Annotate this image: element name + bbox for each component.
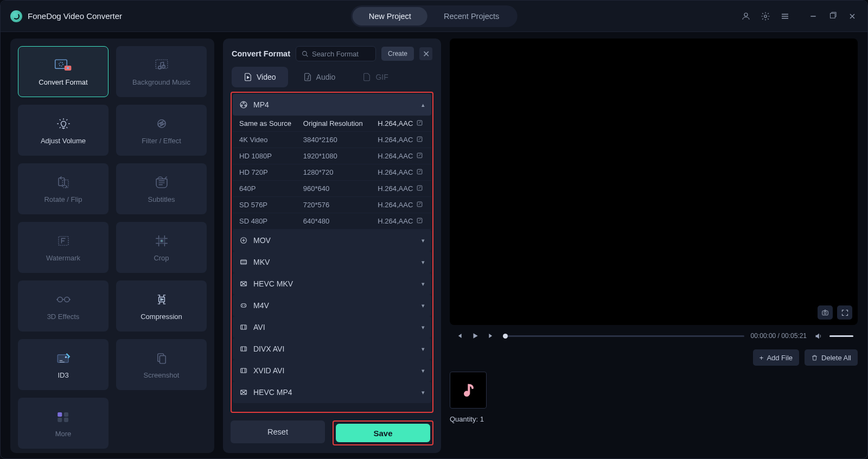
save-button[interactable]: Save <box>336 424 430 442</box>
timeline-slider[interactable] <box>503 335 744 337</box>
settings-icon[interactable] <box>760 11 771 22</box>
edit-preset-icon[interactable] <box>416 201 425 209</box>
tile-label: Compression <box>141 313 182 321</box>
panel-title: Convert Format <box>232 49 290 58</box>
preset-codec: H.264,AAC <box>378 217 416 225</box>
create-button[interactable]: Create <box>381 47 414 61</box>
volume-icon[interactable] <box>813 331 823 341</box>
sidebar-tile-rotate-flip[interactable]: Rotate / Flip <box>18 163 108 214</box>
tile-icon <box>54 233 73 248</box>
preset-name: SD 576P <box>239 201 303 209</box>
tile-label: Rotate / Flip <box>44 195 82 203</box>
svg-rect-25 <box>63 412 68 416</box>
snapshot-button[interactable] <box>818 305 833 320</box>
media-tab-gif[interactable]: GIF <box>350 67 400 87</box>
format-list[interactable]: MP4 ▴ Same as SourceOriginal ResolutionH… <box>231 92 433 413</box>
menu-icon[interactable] <box>780 11 790 22</box>
preset-row[interactable]: SD 480P640*480H.264,AAC <box>233 213 431 229</box>
preset-name: HD 720P <box>239 168 303 176</box>
format-group-label: XVID AVI <box>253 366 284 375</box>
svg-point-30 <box>243 102 245 104</box>
format-group-divx-avi[interactable]: DIVX AVI▾ <box>233 338 431 360</box>
sidebar-tile-crop[interactable]: Crop <box>116 222 207 273</box>
timeline-handle[interactable] <box>503 334 508 339</box>
edit-preset-icon[interactable] <box>416 217 425 226</box>
search-input[interactable]: Search Format <box>296 46 376 61</box>
format-group-hevc-mp4[interactable]: HEVC MP4▾ <box>233 381 431 403</box>
preset-row[interactable]: HD 720P1280*720H.264,AAC <box>233 164 431 181</box>
format-group-avi[interactable]: AVI▾ <box>233 316 431 338</box>
video-preview[interactable] <box>450 39 858 325</box>
play-button[interactable] <box>470 331 480 341</box>
sidebar-tile-id3[interactable]: ID3 <box>18 339 108 390</box>
sidebar-tile-convert-format[interactable]: Convert Format <box>18 46 108 97</box>
sidebar-tile-watermark[interactable]: Watermark <box>18 222 108 273</box>
preset-codec: H.264,AAC <box>378 168 416 176</box>
edit-preset-icon[interactable] <box>416 168 425 177</box>
svg-point-4 <box>59 62 62 66</box>
tile-icon <box>152 233 171 248</box>
app-logo: FoneDog Video Converter <box>10 10 122 22</box>
format-group-label: MOV <box>253 236 271 245</box>
sidebar: Convert FormatBackground MusicAdjust Vol… <box>10 39 214 453</box>
delete-all-button[interactable]: Delete All <box>805 349 858 366</box>
format-group-xvid-avi[interactable]: XVID AVI▾ <box>233 360 431 381</box>
format-group-m4v[interactable]: M4V▾ <box>233 295 431 316</box>
add-file-button[interactable]: +Add File <box>753 349 799 366</box>
gif-file-icon <box>362 73 371 81</box>
format-icon <box>239 279 248 288</box>
edit-preset-icon[interactable] <box>416 152 425 161</box>
tile-label: ID3 <box>58 371 68 379</box>
edit-preset-icon[interactable] <box>416 136 425 144</box>
preset-row[interactable]: Same as SourceOriginal ResolutionH.264,A… <box>233 116 431 132</box>
edit-preset-icon[interactable] <box>416 184 425 193</box>
media-tab-audio[interactable]: Audio <box>291 67 348 87</box>
tile-label: More <box>55 430 72 438</box>
user-icon[interactable] <box>741 11 751 22</box>
maximize-icon[interactable] <box>827 11 838 22</box>
svg-rect-13 <box>62 180 68 187</box>
sidebar-tile-subtitles[interactable]: Subtitles <box>116 163 207 214</box>
tile-icon <box>54 409 73 424</box>
preset-row[interactable]: HD 1080P1920*1080H.264,AAC <box>233 148 431 164</box>
preset-row[interactable]: SD 576P720*576H.264,AAC <box>233 197 431 213</box>
sidebar-tile-screenshot[interactable]: Screenshot <box>116 339 207 390</box>
close-icon[interactable] <box>847 11 858 22</box>
preset-codec: H.264,AAC <box>378 184 416 193</box>
format-group-mp4[interactable]: MP4 ▴ <box>233 94 431 116</box>
fullscreen-button[interactable] <box>837 305 852 320</box>
sidebar-tile-adjust-volume[interactable]: Adjust Volume <box>18 105 108 156</box>
close-panel-button[interactable]: ✕ <box>419 47 432 60</box>
next-button[interactable] <box>487 331 496 341</box>
sidebar-tile-background-music[interactable]: Background Music <box>116 46 207 97</box>
media-tab-video[interactable]: Video <box>232 67 288 87</box>
preset-row[interactable]: 640P960*640H.264,AAC <box>233 181 431 197</box>
svg-point-21 <box>65 356 67 358</box>
search-placeholder: Search Format <box>312 50 359 58</box>
svg-point-17 <box>58 297 62 302</box>
video-file-icon <box>244 73 252 81</box>
format-group-mov[interactable]: MOV▾ <box>233 229 431 251</box>
preset-row[interactable]: 4K Video3840*2160H.264,AAC <box>233 132 431 148</box>
format-group-label: HEVC MKV <box>253 279 293 288</box>
format-icon <box>239 323 248 331</box>
tab-new-project[interactable]: New Project <box>353 7 427 25</box>
playbar: 00:00:00 / 00:05:21 <box>450 325 858 347</box>
prev-button[interactable] <box>454 331 464 341</box>
sidebar-tile-3d-effects[interactable]: 3D Effects <box>18 280 108 331</box>
tile-icon <box>54 292 73 307</box>
chevron-down-icon: ▾ <box>422 346 425 353</box>
clip-thumbnail[interactable] <box>450 372 487 409</box>
tile-icon <box>152 175 171 190</box>
volume-slider[interactable] <box>829 335 853 337</box>
sidebar-tile-filter-effect[interactable]: Filter / Effect <box>116 105 207 156</box>
sidebar-tile-compression[interactable]: Compression <box>116 280 207 331</box>
edit-preset-icon[interactable] <box>416 119 425 128</box>
format-group-mkv[interactable]: MKV▾ <box>233 251 431 273</box>
reset-button[interactable]: Reset <box>231 420 325 443</box>
format-group-hevc-mkv[interactable]: HEVC MKV▾ <box>233 273 431 295</box>
tab-recent-projects[interactable]: Recent Projects <box>427 7 515 25</box>
sidebar-tile-more[interactable]: More <box>18 398 108 449</box>
minimize-icon[interactable] <box>808 11 819 22</box>
tile-label: Subtitles <box>148 195 175 203</box>
